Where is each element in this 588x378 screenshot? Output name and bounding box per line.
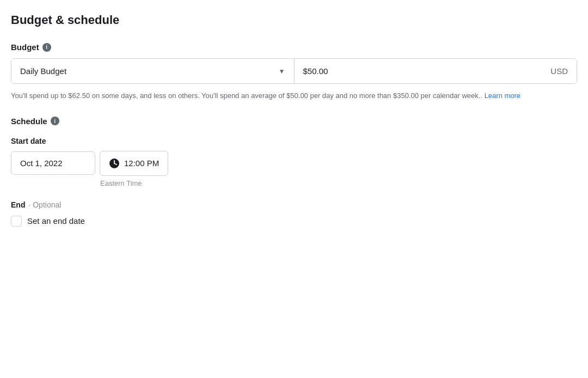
end-checkbox-row: Set an end date: [11, 216, 577, 227]
date-value: Oct 1, 2022: [20, 158, 63, 168]
end-label-row: End · Optional: [11, 200, 577, 209]
dropdown-arrow-icon: ▼: [279, 68, 285, 75]
timezone-label: Eastern Time: [100, 179, 577, 187]
date-input[interactable]: Oct 1, 2022: [11, 151, 95, 175]
budget-section: Budget i Daily Budget ▼ $50.00 USD You'l…: [11, 42, 577, 101]
budget-amount-field[interactable]: $50.00 USD: [295, 59, 577, 83]
budget-info-icon[interactable]: i: [42, 43, 51, 52]
schedule-section-label: Schedule i: [11, 117, 577, 126]
end-optional-label: · Optional: [28, 200, 61, 209]
budget-section-label: Budget i: [11, 42, 577, 52]
end-label: End: [11, 200, 25, 209]
clock-icon: [109, 158, 120, 169]
end-checkbox-label: Set an end date: [27, 216, 85, 225]
budget-label-text: Budget: [11, 42, 39, 52]
schedule-section: Schedule i Start date Oct 1, 2022 12:00 …: [11, 117, 577, 227]
end-date-checkbox[interactable]: [11, 216, 22, 227]
start-date-label: Start date: [11, 137, 577, 145]
budget-amount-value: $50.00: [303, 66, 551, 76]
budget-type-label: Daily Budget: [20, 66, 66, 76]
end-section: End · Optional Set an end date: [11, 200, 577, 227]
budget-input-row: Daily Budget ▼ $50.00 USD: [11, 58, 577, 84]
start-date-section: Start date Oct 1, 2022 12:00 PM Eastern …: [11, 137, 577, 187]
budget-type-dropdown[interactable]: Daily Budget ▼: [11, 59, 295, 83]
budget-currency: USD: [550, 66, 568, 76]
schedule-info-icon[interactable]: i: [51, 117, 59, 125]
schedule-label-text: Schedule: [11, 117, 47, 126]
budget-description: You'll spend up to $62.50 on some days, …: [11, 90, 577, 101]
page-title: Budget & schedule: [11, 13, 577, 27]
date-time-row: Oct 1, 2022 12:00 PM: [11, 151, 577, 176]
time-value: 12:00 PM: [124, 158, 159, 168]
learn-more-link[interactable]: Learn more: [485, 92, 520, 100]
time-input[interactable]: 12:00 PM: [100, 151, 168, 176]
